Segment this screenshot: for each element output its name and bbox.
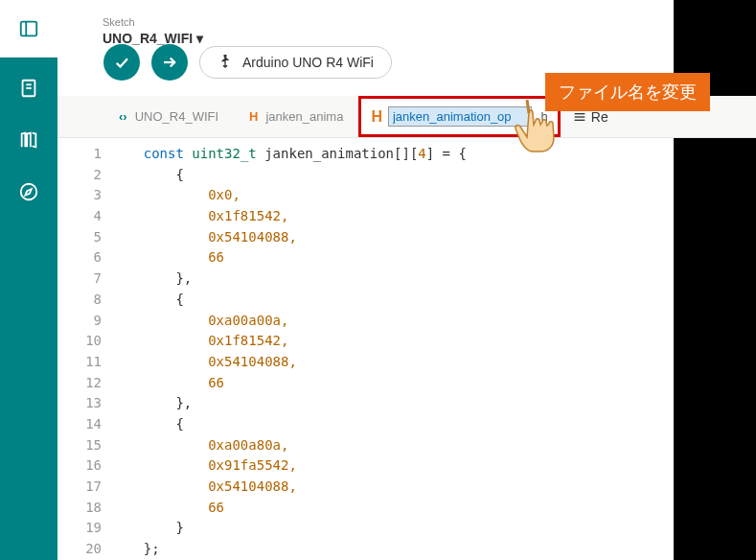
tab-label: UNO_R4_WIFI (135, 109, 218, 124)
verify-button[interactable] (103, 44, 140, 81)
line-number-gutter: 1 2 3 4 5 6 7 8 9 10 11 12 13 14 15 16 1… (57, 144, 111, 560)
tab-header-file-1[interactable]: H janken_anima (234, 98, 358, 135)
header-file-icon: H (249, 109, 258, 124)
usb-icon (218, 55, 233, 70)
tab-main-sketch[interactable]: ‹› UNO_R4_WIFI (103, 98, 234, 135)
chevron-down-icon: ▾ (196, 31, 203, 46)
sketch-file-icon: ‹› (119, 109, 127, 124)
svg-point-7 (224, 55, 226, 57)
code-editor[interactable]: 1 2 3 4 5 6 7 8 9 10 11 12 13 14 15 16 1… (57, 138, 756, 560)
board-name-text: UNO_R4_WIFI (103, 31, 193, 46)
svg-rect-0 (21, 21, 37, 35)
tab-label: janken_anima (265, 109, 343, 124)
collapse-sidebar-button[interactable] (0, 0, 57, 58)
board-selector[interactable]: Arduino UNO R4 WiFi (199, 46, 392, 79)
board-name-dropdown[interactable]: UNO_R4_WIFI ▾ (103, 31, 203, 46)
library-icon[interactable] (17, 128, 40, 152)
sketch-label: Sketch (103, 16, 135, 28)
upload-button[interactable] (151, 44, 188, 81)
header-file-icon: H (371, 108, 382, 126)
board-selector-label: Arduino UNO R4 WiFi (242, 55, 374, 70)
code-content[interactable]: const uint32_t janken_animation[][4] = {… (111, 144, 756, 560)
explore-icon[interactable] (17, 180, 40, 203)
annotation-callout: ファイル名を変更 (545, 73, 710, 111)
svg-point-5 (21, 184, 37, 200)
sketchbook-icon[interactable] (17, 77, 40, 100)
